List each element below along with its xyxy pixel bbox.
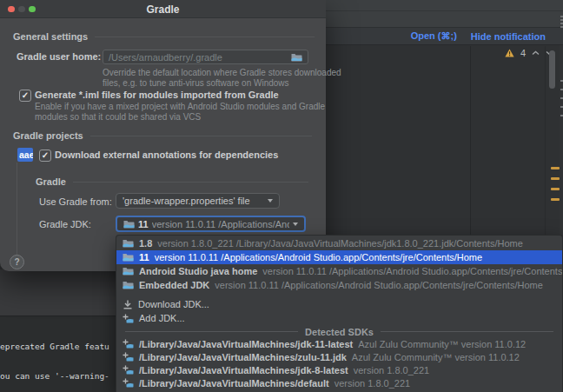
jdk-folder-icon bbox=[123, 239, 134, 248]
warning-count: 4 bbox=[520, 48, 526, 58]
gradle-user-home-label: Gradle user home: bbox=[17, 51, 101, 62]
jdk-folder-icon bbox=[123, 267, 134, 276]
generate-iml-checkbox[interactable]: ✓ bbox=[19, 90, 31, 102]
section-general-settings: General settings bbox=[13, 31, 315, 42]
hide-notification-link[interactable]: Hide notification bbox=[471, 31, 546, 42]
stripe-tick bbox=[560, 97, 563, 99]
add-folder-icon bbox=[123, 339, 134, 349]
console-line: ou can use '--warning- bbox=[0, 371, 109, 381]
detected-sdk-jdk-8-latest[interactable]: /Library/Java/JavaVirtualMachines/jdk-8-… bbox=[116, 363, 562, 376]
editor-scrollbar[interactable] bbox=[549, 50, 555, 89]
gradle-settings-dialog: Gradle General settings Gradle user home… bbox=[0, 0, 326, 271]
gradle-jdk-label: Gradle JDK: bbox=[39, 219, 91, 229]
jdk-option-android-studio-java-home[interactable]: Android Studio java homeversion 11.0.11 … bbox=[116, 264, 562, 278]
warning-stripe-mark[interactable] bbox=[551, 167, 560, 169]
dropdown-arrow-icon bbox=[293, 223, 298, 226]
gradle-user-home-help: Override the default location where Grad… bbox=[103, 68, 341, 89]
project-tree-selected-item[interactable]: aae bbox=[17, 148, 33, 162]
folder-browse-icon[interactable] bbox=[291, 53, 302, 62]
gradle-jdk-select[interactable]: 11 version 11.0.11 /Applications/Android bbox=[116, 216, 306, 232]
add-folder-icon bbox=[123, 314, 134, 323]
jdk-selected-name: 11 bbox=[138, 219, 149, 229]
warning-stripe-mark[interactable] bbox=[551, 198, 560, 201]
help-button[interactable]: ? bbox=[10, 255, 24, 269]
jdk-folder-icon bbox=[123, 220, 135, 229]
jdk-option-embedded-jdk[interactable]: Embedded JDKversion 11.0.11 /Application… bbox=[116, 278, 562, 292]
section-gradle-projects: Gradle projects bbox=[13, 130, 312, 141]
use-gradle-from-select[interactable]: 'gradle-wrapper.properties' file bbox=[116, 193, 280, 209]
editor-inspection-widget: 4 bbox=[505, 48, 553, 58]
warning-stripe-mark[interactable] bbox=[551, 188, 560, 190]
project-panel-border bbox=[17, 163, 17, 262]
detected-sdk-default[interactable]: /Library/Java/JavaVirtualMachines/defaul… bbox=[116, 376, 562, 389]
ide-root: Open (⌘;) Hide notification 4 epre bbox=[0, 0, 563, 392]
jdk-folder-icon bbox=[123, 253, 134, 262]
use-gradle-from-value: 'gradle-wrapper.properties' file bbox=[123, 196, 250, 206]
add-folder-icon bbox=[123, 365, 134, 375]
error-stripe-divider bbox=[545, 46, 546, 235]
generate-iml-help: Enable if you have a mixed project with … bbox=[35, 102, 325, 123]
add-folder-icon bbox=[123, 378, 134, 388]
download-jdk-item[interactable]: Download JDK... bbox=[116, 297, 562, 311]
dialog-titlebar: Gradle bbox=[0, 0, 326, 18]
dialog-title: Gradle bbox=[0, 3, 326, 16]
console-line: eprecated Gradle featu bbox=[0, 342, 109, 351]
download-annotations-checkbox[interactable]: ✓ bbox=[39, 149, 51, 162]
section-gradle-sub: Gradle bbox=[36, 176, 308, 187]
generate-iml-label: Generate *.iml files for modules importe… bbox=[35, 90, 279, 100]
chevron-up-icon[interactable] bbox=[532, 50, 540, 56]
open-link[interactable]: Open (⌘;) bbox=[411, 30, 457, 42]
use-gradle-from-label: Use Gradle from: bbox=[39, 196, 112, 207]
add-jdk-item[interactable]: Add JDK... bbox=[116, 311, 562, 325]
right-tool-stripe bbox=[560, 45, 563, 235]
stripe-tick bbox=[560, 106, 563, 108]
detected-sdk-jdk-11-latest[interactable]: /Library/Java/JavaVirtualMachines/jdk-11… bbox=[116, 337, 562, 350]
stripe-tick bbox=[560, 89, 563, 90]
detected-sdk-zulu-11[interactable]: /Library/Java/JavaVirtualMachines/zulu-1… bbox=[116, 350, 562, 363]
download-icon bbox=[123, 300, 133, 309]
jdk-selected-detail: version 11.0.11 /Applications/Android bbox=[152, 219, 289, 229]
detected-sdks-separator: Detected SDKs bbox=[116, 326, 562, 337]
stripe-tick bbox=[560, 115, 563, 116]
gradle-user-home-value: /Users/arnaudberry/.gradle bbox=[109, 52, 222, 63]
gradle-user-home-field[interactable]: /Users/arnaudberry/.gradle bbox=[103, 50, 308, 64]
panel-divider bbox=[470, 46, 471, 235]
warning-icon bbox=[505, 49, 514, 57]
download-annotations-label: Download external annotations for depend… bbox=[55, 149, 278, 160]
jdk-folder-icon bbox=[123, 281, 134, 289]
gradle-jdk-dropdown: 1.8version 1.8.0_221 /Library/Java/JavaV… bbox=[116, 235, 563, 392]
jdk-option-1.8[interactable]: 1.8version 1.8.0_221 /Library/Java/JavaV… bbox=[116, 236, 562, 250]
warning-stripe-mark[interactable] bbox=[551, 177, 560, 180]
add-folder-icon bbox=[123, 352, 134, 362]
stripe-tick bbox=[560, 80, 563, 82]
jdk-option-11-selected[interactable]: 11version 11.0.11 /Applications/Android … bbox=[116, 250, 562, 264]
dropdown-arrow-icon bbox=[268, 199, 273, 203]
